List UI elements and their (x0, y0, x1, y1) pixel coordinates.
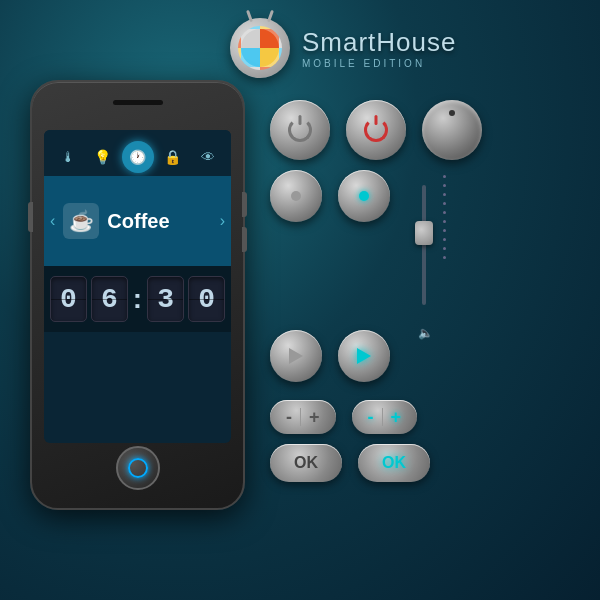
stop-button[interactable] (270, 170, 322, 222)
content-area: ‹ ☕ Coffee › (44, 176, 231, 266)
controls-panel: 🔈 - + - + OK OK (270, 100, 570, 492)
title-bold: Smart (302, 27, 376, 57)
ok-buttons-row: OK OK (270, 444, 570, 482)
power-icon (128, 458, 148, 478)
power-off-button[interactable] (270, 100, 330, 160)
logo-text: SmartHouse MOBILE EDITION (302, 27, 457, 69)
tab-lock[interactable]: 🔒 (157, 141, 189, 173)
power-on-button[interactable] (346, 100, 406, 160)
plus-label: + (309, 407, 320, 428)
stop-teal-button[interactable] (338, 170, 390, 222)
app-title: SmartHouse (302, 27, 457, 58)
tab-eye[interactable]: 👁 (192, 141, 224, 173)
tab-bulb[interactable]: 💡 (87, 141, 119, 173)
clock-digit-3: 3 (147, 276, 184, 322)
clock-digit-4: 0 (188, 276, 225, 322)
side-button-right-2[interactable] (242, 227, 247, 252)
minus-teal-label: - (368, 407, 374, 428)
speaker (113, 100, 163, 105)
slider-control[interactable]: 🔈 (416, 170, 446, 320)
volume-icon: 🔈 (418, 326, 433, 340)
controls-row-1 (270, 100, 570, 160)
app-subtitle: MOBILE EDITION (302, 58, 457, 69)
ok-button[interactable]: OK (270, 444, 342, 482)
minus-plus-button[interactable]: - + (270, 400, 336, 434)
play-icon (289, 348, 303, 364)
header: SmartHouse MOBILE EDITION (230, 18, 457, 78)
coffee-icon: ☕ (63, 203, 99, 239)
tab-clock[interactable]: 🕐 (122, 141, 154, 173)
clock-digit-1: 0 (50, 276, 87, 322)
nav-tabs: 🌡 💡 🕐 🔒 👁 (44, 130, 231, 176)
stop-icon (291, 191, 301, 201)
pill-buttons-row: - + - + (270, 400, 570, 434)
phone-device: 🌡 💡 🕐 🔒 👁 ‹ ☕ Coffee › 0 6 : 3 0 (30, 80, 245, 510)
volume-knob[interactable] (422, 100, 482, 160)
logo-icon (230, 18, 290, 78)
plus-teal-label: + (391, 407, 402, 428)
slider-thumb[interactable] (415, 221, 433, 245)
coffee-label: Coffee (107, 210, 169, 233)
clock-digit-2: 6 (91, 276, 128, 322)
play-teal-icon (357, 348, 371, 364)
play-button[interactable] (270, 330, 322, 382)
clock-display: 0 6 : 3 0 (44, 266, 231, 332)
play-teal-button[interactable] (338, 330, 390, 382)
minus-plus-teal-button[interactable]: - + (352, 400, 418, 434)
prev-arrow[interactable]: ‹ (50, 212, 55, 230)
minus-label: - (286, 407, 292, 428)
side-button-left[interactable] (28, 202, 33, 232)
phone-screen: 🌡 💡 🕐 🔒 👁 ‹ ☕ Coffee › 0 6 : 3 0 (44, 130, 231, 443)
title-light: House (376, 27, 456, 57)
side-button-right-1[interactable] (242, 192, 247, 217)
ok-teal-button[interactable]: OK (358, 444, 430, 482)
next-arrow[interactable]: › (220, 212, 225, 230)
clock-colon: : (133, 283, 142, 315)
home-button[interactable] (116, 446, 160, 490)
controls-row-2: 🔈 (270, 170, 570, 320)
stop-teal-icon (359, 191, 369, 201)
tab-thermometer[interactable]: 🌡 (52, 141, 84, 173)
